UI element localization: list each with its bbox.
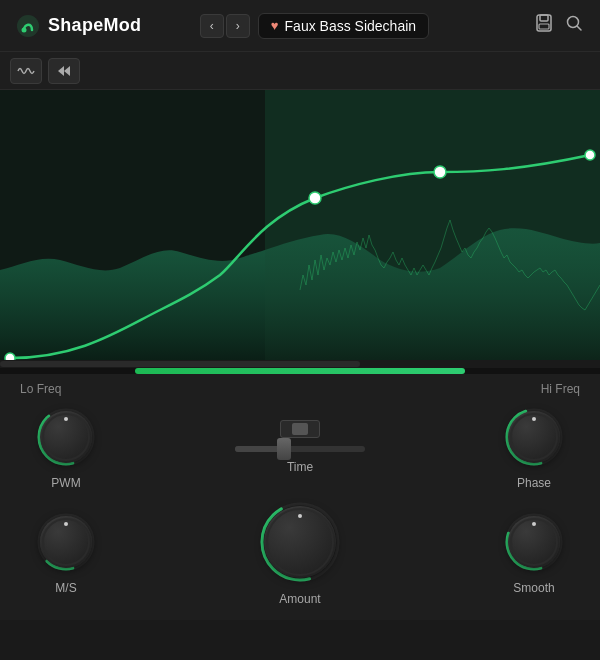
waveform-button[interactable] <box>10 58 42 84</box>
visualizer[interactable] <box>0 90 600 360</box>
time-slider-thumb[interactable] <box>277 438 291 460</box>
pwm-knob-container[interactable] <box>33 404 99 470</box>
amount-group: Amount <box>256 498 344 606</box>
time-toggle-inner <box>292 423 308 435</box>
scrollbar-track[interactable] <box>0 360 600 368</box>
time-toggle[interactable] <box>280 420 320 438</box>
svg-point-11 <box>5 353 15 360</box>
hi-freq-label: Hi Freq <box>541 382 580 396</box>
controls-row-1: PWM Time <box>16 404 584 490</box>
svg-rect-4 <box>539 24 549 29</box>
lo-freq-label: Lo Freq <box>20 382 61 396</box>
header-actions <box>534 13 584 38</box>
logo: ShapeMod <box>16 14 141 38</box>
ms-knob-container[interactable] <box>33 509 99 575</box>
amount-knob-container[interactable] <box>256 498 344 586</box>
pwm-group: PWM <box>16 404 116 490</box>
svg-rect-3 <box>540 15 548 21</box>
heart-icon: ♥ <box>271 18 279 33</box>
time-section: Time <box>200 420 400 474</box>
ms-knob[interactable] <box>40 516 92 568</box>
progress-bar <box>135 368 465 374</box>
svg-point-14 <box>434 166 446 178</box>
preset-name-label: Faux Bass Sidechain <box>285 18 417 34</box>
smooth-group: Smooth <box>484 509 584 595</box>
header: ShapeMod ‹ › ♥ Faux Bass Sidechain <box>0 0 600 52</box>
svg-point-13 <box>309 192 321 204</box>
time-label: Time <box>287 460 313 474</box>
amount-label: Amount <box>279 592 320 606</box>
pwm-label: PWM <box>51 476 80 490</box>
smooth-knob[interactable] <box>508 516 560 568</box>
rewind-button[interactable] <box>48 58 80 84</box>
nav-arrows: ‹ › <box>200 14 250 38</box>
app-name: ShapeMod <box>48 15 141 36</box>
smooth-knob-container[interactable] <box>501 509 567 575</box>
phase-label: Phase <box>517 476 551 490</box>
search-icon[interactable] <box>564 13 584 38</box>
svg-point-5 <box>567 17 578 28</box>
controls-section: Lo Freq Hi Freq PWM <box>0 374 600 620</box>
time-slider-track[interactable] <box>235 446 365 452</box>
smooth-label: Smooth <box>513 581 554 595</box>
phase-knob-container[interactable] <box>501 404 567 470</box>
amount-knob[interactable] <box>264 506 336 578</box>
svg-line-6 <box>577 27 581 31</box>
freq-labels: Lo Freq Hi Freq <box>16 382 584 396</box>
scrollbar-thumb[interactable] <box>0 361 360 367</box>
svg-point-15 <box>585 150 595 160</box>
toolbar <box>0 52 600 90</box>
phase-group: Phase <box>484 404 584 490</box>
nav-forward-button[interactable]: › <box>226 14 250 38</box>
ms-group: M/S <box>16 509 116 595</box>
logo-icon <box>16 14 40 38</box>
envelope-curve[interactable] <box>0 90 600 360</box>
ms-label: M/S <box>55 581 76 595</box>
nav-back-button[interactable]: ‹ <box>200 14 224 38</box>
preset-selector[interactable]: ♥ Faux Bass Sidechain <box>258 13 429 39</box>
svg-point-1 <box>22 27 27 32</box>
save-icon[interactable] <box>534 13 554 38</box>
phase-knob[interactable] <box>508 411 560 463</box>
pwm-knob[interactable] <box>40 411 92 463</box>
controls-row-2: M/S Amount <box>16 498 584 606</box>
